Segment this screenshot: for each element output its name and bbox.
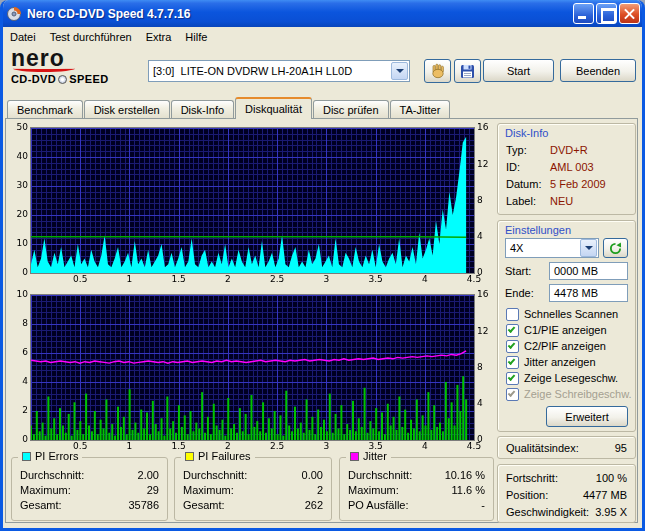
jitter-legend-swatch xyxy=(350,452,359,461)
quality-index-panel: Qualitätsindex: 95 xyxy=(497,436,636,459)
speed-combo-dropdown-button[interactable] xyxy=(580,239,597,257)
start-field-label: Start: xyxy=(505,265,549,277)
tab-ta-jitter[interactable]: TA-Jitter xyxy=(390,100,451,119)
settings-title: Einstellungen xyxy=(498,221,635,238)
options-button[interactable] xyxy=(424,59,451,83)
jitter-summary-group: Jitter Durchschnitt:10.16 % Maximum:11.6… xyxy=(339,457,494,521)
minimize-button[interactable] xyxy=(573,3,594,24)
menu-extra[interactable]: Extra xyxy=(139,29,179,45)
checkbox-jitter-anzeigen[interactable]: Jitter anzeigen xyxy=(498,354,635,370)
end-field-label: Ende: xyxy=(505,287,549,299)
settings-panel: Einstellungen 4X Start: 0000 MB Ende: 44… xyxy=(497,220,636,432)
tab-disc-pruefen[interactable]: Disc prüfen xyxy=(313,100,389,119)
disk-info-row-id: ID: AML 003 xyxy=(498,158,635,175)
floppy-disk-icon xyxy=(460,64,475,79)
chevron-down-icon xyxy=(585,246,593,250)
logo-product-speed: SPEED xyxy=(69,73,108,85)
check-icon xyxy=(508,325,516,333)
nero-logo: nero CD-DVD SPEED xyxy=(11,48,143,92)
pi-failures-summary-group: PI Failures Durchschnitt:0.00 Maximum:2 … xyxy=(174,457,332,521)
quality-index-label: Qualitätsindex: xyxy=(506,442,579,454)
progress-row-fortschritt: Fortschritt: 100 % xyxy=(498,469,635,486)
nero-logo-wordmark: nero xyxy=(11,48,143,68)
tab-benchmark[interactable]: Benchmark xyxy=(7,100,83,119)
window-title: Nero CD-DVD Speed 4.7.7.16 xyxy=(27,7,573,21)
summary-row: Maximum:2 xyxy=(175,482,331,497)
hand-icon xyxy=(430,63,446,79)
checkbox-c2-pif-anzeigen[interactable]: C2/PIF anzeigen xyxy=(498,338,635,354)
speed-value: 3.95 X xyxy=(595,506,627,518)
refresh-icon xyxy=(609,242,622,255)
pi-errors-legend-swatch xyxy=(22,452,31,461)
disc-icon xyxy=(58,75,67,84)
pi-failures-group-title: PI Failures xyxy=(181,450,255,462)
checkbox-box xyxy=(506,324,519,337)
checkbox-box xyxy=(506,340,519,353)
start-button[interactable]: Start xyxy=(483,59,554,82)
scan-speed-value: 4X xyxy=(506,242,580,254)
end-position-input[interactable]: 4478 MB xyxy=(549,284,628,302)
save-button[interactable] xyxy=(454,59,481,83)
checkbox-box xyxy=(506,308,519,321)
progress-row-position: Position: 4477 MB xyxy=(498,486,635,503)
progress-value: 100 % xyxy=(596,472,627,484)
advanced-button-label: Erweitert xyxy=(565,411,608,423)
pi-errors-group-title: PI Errors xyxy=(18,450,82,462)
settings-checkbox-list: Schnelles Scannen C1/PIE anzeigen C2/PIF… xyxy=(498,306,635,402)
summary-row: Maximum:11.6 % xyxy=(340,482,493,497)
disk-info-row-typ: Typ: DVD+R xyxy=(498,141,635,158)
summary-row: Gesamt:35786 xyxy=(12,497,167,512)
chevron-down-icon xyxy=(396,69,404,73)
menu-test-durchfuehren[interactable]: Test durchführen xyxy=(43,29,139,45)
checkbox-box xyxy=(506,356,519,369)
summary-row: Durchschnitt:10.16 % xyxy=(340,467,493,482)
checkbox-box xyxy=(506,388,519,401)
drive-select-value: [3:0] LITE-ON DVDRW LH-20A1H LL0D xyxy=(149,65,391,77)
pi-failures-jitter-chart xyxy=(11,290,494,453)
summary-row: Maximum:29 xyxy=(12,482,167,497)
disk-info-row-label: Label: NEU xyxy=(498,192,635,209)
summary-row: PO Ausfälle:- xyxy=(340,497,493,512)
checkbox-zeige-schreibgeschw[interactable]: Zeige Schreibgeschw. xyxy=(498,386,635,402)
summary-row: Gesamt:262 xyxy=(175,497,331,512)
checkbox-box xyxy=(506,372,519,385)
disk-info-title: Disk-Info xyxy=(498,124,635,141)
checkbox-schnelles-scannen[interactable]: Schnelles Scannen xyxy=(498,306,635,322)
progress-panel: Fortschritt: 100 % Position: 4477 MB Ges… xyxy=(497,464,636,523)
checkbox-zeige-lesegeschw[interactable]: Zeige Lesegeschw. xyxy=(498,370,635,386)
scan-speed-combo[interactable]: 4X xyxy=(505,238,599,258)
app-icon xyxy=(6,6,22,22)
quit-button[interactable]: Beenden xyxy=(560,59,636,82)
check-icon xyxy=(508,373,516,381)
check-icon xyxy=(508,341,516,349)
position-value: 4477 MB xyxy=(583,489,627,501)
disk-info-row-datum: Datum: 5 Feb 2009 xyxy=(498,175,635,192)
jitter-group-title: Jitter xyxy=(346,450,391,462)
summary-row: Durchschnitt:0.00 xyxy=(175,467,331,482)
menu-datei[interactable]: Datei xyxy=(3,29,43,45)
menubar: Datei Test durchführen Extra Hilfe xyxy=(3,27,642,47)
tab-disk-erstellen[interactable]: Disk erstellen xyxy=(84,100,170,119)
tab-diskqualitaet[interactable]: Diskqualität xyxy=(235,97,312,119)
drive-combo-dropdown-button[interactable] xyxy=(391,62,408,80)
check-icon xyxy=(508,389,516,397)
advanced-button[interactable]: Erweitert xyxy=(546,406,628,427)
tab-disk-info[interactable]: Disk-Info xyxy=(171,100,234,119)
progress-row-geschwindigkeit: Geschwindigkeit: 3.95 X xyxy=(498,503,635,520)
tab-strip: Benchmark Disk erstellen Disk-Info Diskq… xyxy=(7,97,451,119)
quit-button-label: Beenden xyxy=(576,65,620,77)
pi-failures-legend-swatch xyxy=(185,452,194,461)
start-button-label: Start xyxy=(507,65,530,77)
menu-hilfe[interactable]: Hilfe xyxy=(178,29,214,45)
refresh-button[interactable] xyxy=(603,238,628,258)
drive-select-combo[interactable]: [3:0] LITE-ON DVDRW LH-20A1H LL0D xyxy=(148,60,410,82)
maximize-button[interactable] xyxy=(596,3,617,24)
logo-product-cd-dvd: CD-DVD xyxy=(11,73,56,85)
summary-row: Durchschnitt:2.00 xyxy=(12,467,167,482)
check-icon xyxy=(508,357,516,365)
pi-errors-summary-group: PI Errors Durchschnitt:2.00 Maximum:29 G… xyxy=(11,457,168,521)
checkbox-c1-pie-anzeigen[interactable]: C1/PIE anzeigen xyxy=(498,322,635,338)
close-button[interactable] xyxy=(619,3,640,24)
start-position-input[interactable]: 0000 MB xyxy=(549,262,628,280)
disk-info-panel: Disk-Info Typ: DVD+R ID: AML 003 Datum: … xyxy=(497,123,636,215)
